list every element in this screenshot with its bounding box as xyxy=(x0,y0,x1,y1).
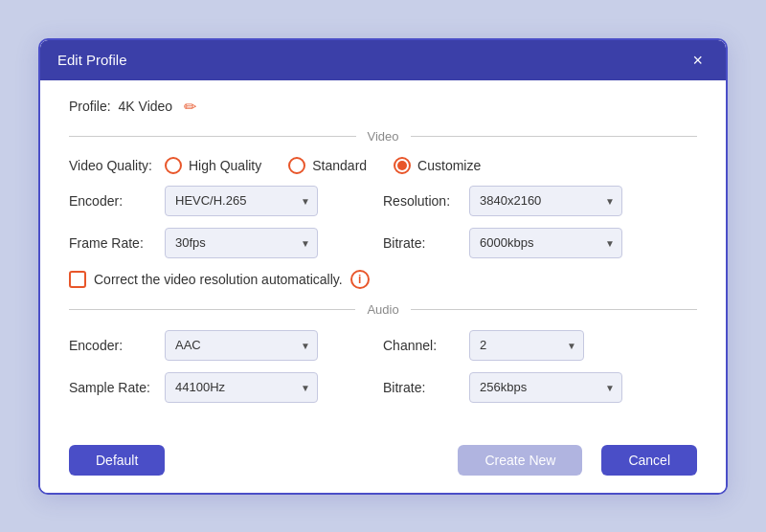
title-bar: Edit Profile × xyxy=(40,40,726,80)
profile-label: Profile: xyxy=(69,99,111,114)
radio-high-quality-circle xyxy=(165,157,182,174)
samplerate-label: Sample Rate: xyxy=(69,380,165,395)
video-bitrate-select-wrapper: 6000kbps 4000kbps 2000kbps 1000kbps ▼ xyxy=(469,228,622,258)
edit-profile-dialog: Edit Profile × Profile: 4K Video ✏ Video… xyxy=(38,38,728,495)
radio-customize-circle xyxy=(394,157,411,174)
footer-right-buttons: Create New Cancel xyxy=(458,445,697,476)
default-button[interactable]: Default xyxy=(69,445,165,476)
video-bitrate-select[interactable]: 6000kbps 4000kbps 2000kbps 1000kbps xyxy=(469,228,622,258)
samplerate-select[interactable]: 44100Hz 22050Hz 48000Hz xyxy=(165,372,318,403)
dialog-body: Profile: 4K Video ✏ Video Video Quality:… xyxy=(40,80,726,432)
audio-bitrate-select-wrapper: 256kbps 128kbps 192kbps 320kbps ▼ xyxy=(469,372,622,403)
video-bitrate-label: Bitrate: xyxy=(383,235,469,251)
create-new-button[interactable]: Create New xyxy=(458,445,582,476)
radio-high-quality[interactable]: High Quality xyxy=(165,157,261,174)
audio-encoder-select-wrapper: AAC MP3 FLAC OGG ▼ xyxy=(165,330,318,361)
video-quality-label: Video Quality: xyxy=(69,158,165,173)
radio-standard-circle xyxy=(288,157,305,174)
resolution-select[interactable]: 3840x2160 1920x1080 1280x720 640x480 xyxy=(469,186,622,216)
framerate-col: Frame Rate: 30fps 24fps 60fps 120fps ▼ xyxy=(69,228,383,258)
cancel-button[interactable]: Cancel xyxy=(601,445,697,476)
dialog-title: Edit Profile xyxy=(57,52,127,68)
radio-standard-label: Standard xyxy=(312,158,367,173)
profile-row: Profile: 4K Video ✏ xyxy=(69,98,697,116)
audio-divider-line-right xyxy=(411,309,697,310)
radio-high-quality-label: High Quality xyxy=(189,158,261,173)
info-icon[interactable]: i xyxy=(350,270,370,289)
video-section-title: Video xyxy=(356,129,411,144)
encoder-resolution-row: Encoder: HEVC/H.265 H.264 VP9 AV1 ▼ Reso… xyxy=(69,186,697,216)
resolution-select-wrapper: 3840x2160 1920x1080 1280x720 640x480 ▼ xyxy=(469,186,622,216)
audio-bitrate-select[interactable]: 256kbps 128kbps 192kbps 320kbps xyxy=(469,372,622,403)
audio-section-title: Audio xyxy=(355,302,410,317)
framerate-label: Frame Rate: xyxy=(69,235,165,251)
channel-col: Channel: 2 1 6 ▼ xyxy=(383,330,697,361)
audio-section-divider: Audio xyxy=(69,302,697,317)
profile-name: 4K Video xyxy=(119,99,173,114)
audio-encoder-col: Encoder: AAC MP3 FLAC OGG ▼ xyxy=(69,330,383,361)
video-quality-row: Video Quality: High Quality Standard Cus… xyxy=(69,157,697,174)
video-section-divider: Video xyxy=(69,129,697,144)
footer: Default Create New Cancel xyxy=(40,432,726,493)
samplerate-select-wrapper: 44100Hz 22050Hz 48000Hz ▼ xyxy=(165,372,318,403)
samplerate-abitrate-row: Sample Rate: 44100Hz 22050Hz 48000Hz ▼ B… xyxy=(69,372,697,403)
edit-icon[interactable]: ✏ xyxy=(184,98,196,116)
auto-resolution-checkbox[interactable] xyxy=(69,271,86,288)
encoder-select[interactable]: HEVC/H.265 H.264 VP9 AV1 xyxy=(165,186,318,216)
samplerate-col: Sample Rate: 44100Hz 22050Hz 48000Hz ▼ xyxy=(69,372,383,403)
close-button[interactable]: × xyxy=(687,50,709,71)
audio-bitrate-label: Bitrate: xyxy=(383,380,469,395)
radio-customize-label: Customize xyxy=(417,158,481,173)
audio-bitrate-col: Bitrate: 256kbps 128kbps 192kbps 320kbps… xyxy=(383,372,697,403)
channel-select[interactable]: 2 1 6 xyxy=(469,330,584,361)
channel-label: Channel: xyxy=(383,338,469,353)
channel-select-wrapper: 2 1 6 ▼ xyxy=(469,330,584,361)
resolution-col: Resolution: 3840x2160 1920x1080 1280x720… xyxy=(383,186,697,216)
divider-line-left xyxy=(69,136,356,137)
audio-encoder-channel-row: Encoder: AAC MP3 FLAC OGG ▼ Channel: 2 xyxy=(69,330,697,361)
checkbox-row: Correct the video resolution automatical… xyxy=(69,270,697,289)
checkbox-label: Correct the video resolution automatical… xyxy=(94,272,343,287)
video-quality-radio-group: High Quality Standard Customize xyxy=(165,157,697,174)
framerate-select[interactable]: 30fps 24fps 60fps 120fps xyxy=(165,228,318,258)
radio-standard[interactable]: Standard xyxy=(288,157,367,174)
resolution-label: Resolution: xyxy=(383,193,469,209)
encoder-select-wrapper: HEVC/H.265 H.264 VP9 AV1 ▼ xyxy=(165,186,318,216)
audio-encoder-select[interactable]: AAC MP3 FLAC OGG xyxy=(165,330,318,361)
encoder-col: Encoder: HEVC/H.265 H.264 VP9 AV1 ▼ xyxy=(69,186,383,216)
framerate-bitrate-row: Frame Rate: 30fps 24fps 60fps 120fps ▼ B… xyxy=(69,228,697,258)
framerate-select-wrapper: 30fps 24fps 60fps 120fps ▼ xyxy=(165,228,318,258)
video-bitrate-col: Bitrate: 6000kbps 4000kbps 2000kbps 1000… xyxy=(383,228,697,258)
radio-customize[interactable]: Customize xyxy=(394,157,481,174)
audio-divider-line-left xyxy=(69,309,355,310)
divider-line-right xyxy=(411,136,698,137)
audio-encoder-label: Encoder: xyxy=(69,338,165,353)
encoder-label: Encoder: xyxy=(69,193,165,209)
